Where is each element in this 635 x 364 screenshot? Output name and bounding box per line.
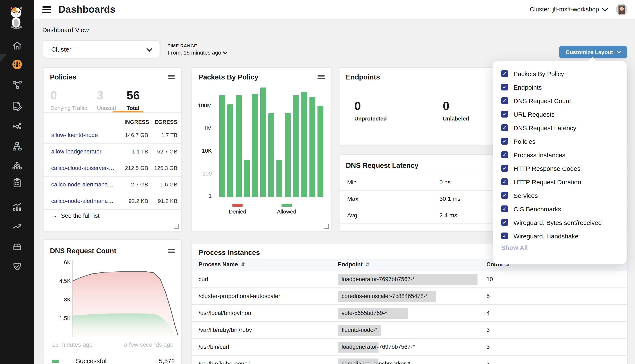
- table-row: calico-node-alertmana… 2.7 GB 1.6 GB: [44, 177, 181, 193]
- avatar-photo: [616, 4, 627, 15]
- view-select[interactable]: Cluster: [43, 40, 160, 58]
- menu-icon[interactable]: [42, 6, 51, 13]
- count-value: 3: [486, 326, 490, 333]
- sidebar-item-dashboards[interactable]: [0, 54, 34, 74]
- process-name: /usr/local/bin/python: [198, 310, 251, 316]
- endpoint-chip: loadgenerator-7697bb7567-*: [338, 342, 378, 352]
- checkbox-checked-icon[interactable]: ✓: [501, 178, 508, 185]
- customize-layout-menu: ✓ Packets By Policy ✓ Endpoints ✓ DNS Re…: [493, 61, 626, 264]
- table-row: /usr/bin/kube-bench compliance-benchmark…: [192, 356, 627, 364]
- chevron-down-icon: [616, 49, 621, 54]
- egress-value: 1.7 TB: [143, 132, 177, 138]
- checkbox-checked-icon[interactable]: ✓: [501, 151, 508, 158]
- divider: [44, 112, 181, 113]
- menu-item[interactable]: ✓ Process Instances: [493, 148, 626, 162]
- sidebar-item-service-graph[interactable]: [0, 116, 34, 136]
- dashboards-gauge-icon: [11, 58, 23, 70]
- process-name: /cluster-proportional-autoscaler: [198, 292, 280, 299]
- column-header-process-name[interactable]: Process Name⇵: [198, 261, 245, 268]
- table-row: curl loadgenerator-7697bb7567-* 10: [192, 271, 627, 288]
- checkbox-checked-icon[interactable]: ✓: [501, 111, 508, 118]
- table-row: allow-loadgenerator 1.1 TB 52.7 GB: [44, 144, 181, 160]
- menu-item[interactable]: ✓ URL Requests: [493, 108, 626, 121]
- sidebar-item-security[interactable]: [0, 256, 34, 276]
- menu-item[interactable]: ✓ HTTP Response Codes: [493, 162, 626, 175]
- menu-item[interactable]: ✓ Policies: [493, 134, 626, 148]
- show-all-link[interactable]: Show All: [501, 244, 528, 251]
- egress-value: 125.3 GB: [143, 165, 177, 171]
- column-header-endpoint[interactable]: Endpoint⇵: [338, 261, 369, 268]
- drag-handle-icon[interactable]: [168, 249, 175, 253]
- menu-item[interactable]: ✓ Packets By Policy: [493, 67, 626, 80]
- checkbox-checked-icon[interactable]: ✓: [501, 206, 508, 212]
- y-tick: 1.5K: [54, 315, 71, 321]
- policy-link[interactable]: calico-cloud-apiserver-…: [51, 165, 115, 171]
- bar-allowed: [276, 160, 282, 197]
- y-tick: 100M: [195, 102, 212, 109]
- customize-layout-button[interactable]: Customize Layout: [559, 46, 627, 58]
- sidebar-item-compliance-reports[interactable]: [0, 173, 34, 192]
- bar-allowed: [301, 92, 307, 197]
- checkbox-checked-icon[interactable]: ✓: [501, 138, 508, 144]
- sidebar-item-analytics[interactable]: [0, 197, 34, 216]
- legend-label: Allowed: [272, 208, 301, 215]
- cluster-switcher[interactable]: Cluster: jlt-msft-workshop: [530, 6, 607, 13]
- checkbox-checked-icon[interactable]: ✓: [501, 192, 508, 199]
- card-title: Process Instances: [198, 248, 260, 256]
- avatar[interactable]: [616, 4, 627, 15]
- sidebar-item-home[interactable]: [0, 36, 34, 55]
- resize-handle[interactable]: [324, 224, 329, 229]
- menu-item[interactable]: ✓ HTTP Request Duration: [493, 175, 626, 188]
- egress-value: 1.6 GB: [143, 181, 177, 188]
- app-root: Dashboards Cluster: jlt-msft-workshop Da…: [0, 0, 635, 364]
- checkbox-checked-icon[interactable]: ✓: [501, 70, 508, 77]
- sidebar-item-policy-edit[interactable]: [0, 96, 34, 116]
- checkbox-checked-icon[interactable]: ✓: [501, 124, 508, 131]
- legend-label: Denied: [224, 208, 251, 215]
- policies-tab-unused[interactable]: 3 Unused: [97, 89, 116, 111]
- policies-card: Policies 0 Denying Traffic 3 Unused 56 T…: [43, 67, 182, 231]
- sidebar-item-sitemap[interactable]: [0, 136, 34, 156]
- policy-link[interactable]: allow-loadgenerator: [51, 148, 101, 155]
- menu-item[interactable]: ✓ Wireguard. Handshake: [493, 229, 626, 243]
- ingress-value: 92.2 KB: [110, 198, 148, 204]
- menu-item[interactable]: ✓ Endpoints: [493, 80, 626, 94]
- policies-tab-total[interactable]: 56 Total: [127, 89, 140, 111]
- sitemap-icon: [11, 140, 23, 152]
- policy-link[interactable]: calico-node-alertmana…: [51, 181, 113, 188]
- legend-swatch-successful: [52, 360, 59, 363]
- checkbox-checked-icon[interactable]: ✓: [501, 84, 508, 90]
- sidebar-item-network-policies[interactable]: [0, 75, 34, 94]
- resize-handle[interactable]: [174, 224, 179, 229]
- sidebar-item-trends[interactable]: [0, 216, 34, 236]
- policy-link[interactable]: allow-fluentd-node: [51, 132, 98, 138]
- see-full-list-link[interactable]: → See the full list: [51, 212, 99, 219]
- top-bar: Dashboards Cluster: jlt-msft-workshop: [34, 0, 635, 20]
- checkbox-checked-icon[interactable]: ✓: [501, 165, 508, 172]
- time-range-label: TIME RANGE: [168, 43, 227, 48]
- sidebar-item-endpoints-cluster[interactable]: [0, 156, 34, 176]
- time-range: TIME RANGE From: 15 minutes ago: [168, 43, 227, 56]
- process-table: curl loadgenerator-7697bb7567-* 10 /clus…: [192, 271, 627, 364]
- menu-item[interactable]: ✓ DNS Request Latency: [493, 121, 626, 134]
- active-tab-underline: [113, 111, 143, 112]
- legend-swatch-allowed: [282, 204, 292, 207]
- drag-handle-icon[interactable]: [168, 75, 175, 79]
- menu-item[interactable]: ✓ Wireguard. Bytes sent/received: [493, 216, 626, 229]
- checkbox-checked-icon[interactable]: ✓: [501, 97, 508, 104]
- endpoints-unprotected: 0 Unprotected: [354, 99, 387, 122]
- time-range-value[interactable]: From: 15 minutes ago: [168, 50, 227, 56]
- menu-item[interactable]: ✓ CIS Benchmarks: [493, 202, 626, 216]
- checkbox-checked-icon[interactable]: ✓: [501, 232, 508, 239]
- checkbox-checked-icon[interactable]: ✓: [501, 219, 508, 226]
- menu-item[interactable]: ✓ Services: [493, 188, 626, 202]
- compliance-clipboard-icon: [11, 177, 23, 188]
- policy-link[interactable]: calico-node-alertmana…: [51, 198, 113, 204]
- view-select-value: Cluster: [51, 46, 71, 53]
- ingress-value: 2.7 GB: [110, 181, 148, 188]
- policies-tab-denying[interactable]: 0 Denying Traffic: [50, 89, 87, 111]
- sidebar-item-packages[interactable]: [0, 237, 34, 256]
- calico-cat-logo[interactable]: [6, 5, 28, 30]
- drag-handle-icon[interactable]: [317, 75, 325, 79]
- menu-item[interactable]: ✓ DNS Request Count: [493, 94, 626, 108]
